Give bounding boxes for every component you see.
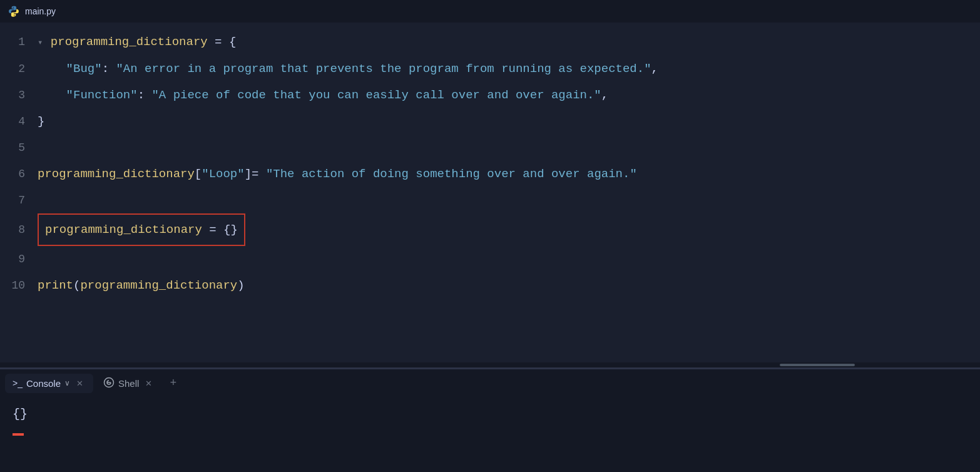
console-close-button[interactable]: ✕: [74, 377, 86, 389]
file-title: main.py: [25, 6, 56, 16]
code-line-5: 5: [0, 135, 980, 161]
code-line-3: 3 "Function": "A piece of code that you …: [0, 82, 980, 108]
bottom-panel: >_ Console ∨ ✕ Shell ✕ + {}: [0, 369, 980, 472]
add-tab-button[interactable]: +: [165, 374, 181, 392]
console-tab-label: Console: [26, 378, 61, 389]
line-number-8: 8: [0, 217, 38, 243]
line-number-7: 7: [0, 187, 38, 213]
tab-console[interactable]: >_ Console ∨ ✕: [5, 374, 93, 393]
line-number-9: 9: [0, 246, 38, 272]
code-line-6: 6programming_dictionary["Loop"]= "The ac…: [0, 161, 980, 187]
line-number-4: 4: [0, 108, 38, 135]
line-number-10: 10: [0, 272, 38, 299]
shell-close-button[interactable]: ✕: [143, 377, 155, 389]
line-number-2: 2: [0, 56, 38, 82]
collapse-arrow[interactable]: ▾: [38, 38, 48, 48]
console-icon: >_: [13, 378, 23, 388]
editor-area[interactable]: 1▾ programming_dictionary = {2 "Bug": "A…: [0, 23, 980, 367]
code-line-1: 1▾ programming_dictionary = {: [0, 29, 980, 56]
title-bar: main.py: [0, 0, 980, 23]
highlighted-line: programming_dictionary = {}: [38, 213, 245, 246]
code-line-7: 7: [0, 187, 980, 213]
code-line-2: 2 "Bug": "An error in a program that pre…: [0, 56, 980, 82]
terminal-output-text: {}: [13, 407, 967, 421]
line-number-3: 3: [0, 82, 38, 108]
python-icon: [8, 5, 20, 18]
code-line-4: 4}: [0, 108, 980, 135]
shell-tab-label: Shell: [118, 378, 139, 389]
tab-shell[interactable]: Shell ✕: [96, 373, 162, 394]
terminal-cursor: [13, 433, 24, 436]
code-content: 1▾ programming_dictionary = {2 "Bug": "A…: [0, 23, 980, 362]
shell-icon: [103, 377, 115, 390]
line-number-6: 6: [0, 161, 38, 187]
line-number-5: 5: [0, 135, 38, 161]
horizontal-scrollbar[interactable]: [780, 364, 855, 366]
code-line-9: 9: [0, 246, 980, 272]
code-line-10: 10print(programming_dictionary): [0, 272, 980, 299]
terminal-output: {}: [0, 397, 980, 472]
code-line-8: 8programming_dictionary = {}: [0, 213, 980, 246]
tab-bar: >_ Console ∨ ✕ Shell ✕ +: [0, 369, 980, 397]
scrollbar-area[interactable]: [0, 362, 980, 367]
line-number-1: 1: [0, 29, 38, 55]
console-dropdown-arrow[interactable]: ∨: [64, 379, 70, 387]
